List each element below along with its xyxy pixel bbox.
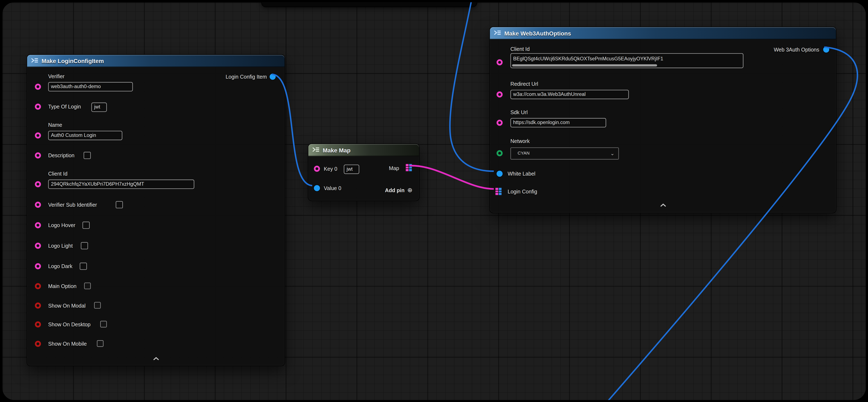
- show-on-desktop-checkbox[interactable]: [100, 321, 107, 327]
- node-title: Make Map: [323, 147, 350, 153]
- make-struct-icon: [494, 28, 501, 38]
- description-input[interactable]: [84, 152, 91, 159]
- input-pin-type-of-login[interactable]: [35, 104, 41, 110]
- input-pin-verifier-sub-identifier[interactable]: [35, 202, 41, 208]
- logo-light-input[interactable]: [81, 242, 88, 249]
- node-make-web3auth-options[interactable]: Make Web3AuthOptions Web 3Auth Options C…: [490, 27, 836, 213]
- pin-label-logo-dark: Logo Dark: [48, 263, 72, 270]
- pin-label-logo-hover: Logo Hover: [48, 222, 75, 229]
- node-header[interactable]: Make LoginConfigItem: [27, 55, 284, 67]
- plus-circle-icon: ⊕: [407, 187, 412, 194]
- input-pin-client-id[interactable]: [35, 181, 41, 187]
- add-pin-button[interactable]: Add pin ⊕: [385, 187, 412, 194]
- collapse-chevron-icon[interactable]: [660, 200, 666, 209]
- input-pin-show-on-mobile[interactable]: [35, 341, 41, 347]
- pin-label-type-of-login: Type Of Login: [48, 104, 81, 110]
- logo-hover-input[interactable]: [83, 222, 90, 229]
- node-make-login-config-item[interactable]: Make LoginConfigItem Login Config Item V…: [27, 54, 285, 366]
- verifier-sub-identifier-input[interactable]: [116, 201, 123, 208]
- input-pin-logo-light[interactable]: [35, 242, 41, 249]
- network-selected-value: CYAN: [518, 151, 530, 156]
- input-pin-login-config[interactable]: [496, 188, 502, 195]
- pin-label-value-0: Value 0: [324, 185, 341, 192]
- pin-label-show-on-modal: Show On Modal: [48, 303, 86, 309]
- offscreen-node-partial[interactable]: [261, 2, 477, 7]
- input-pin-verifier[interactable]: [35, 84, 41, 90]
- node-title: Make Web3AuthOptions: [504, 30, 571, 36]
- wire-map-to-login-config[interactable]: [410, 166, 494, 189]
- chevron-down-icon: ⌄: [610, 148, 615, 159]
- pin-label-show-on-mobile: Show On Mobile: [48, 341, 87, 348]
- pin-label-login-config: Login Config: [507, 189, 537, 195]
- node-header[interactable]: Make Map: [308, 144, 419, 156]
- input-pin-logo-dark[interactable]: [35, 263, 41, 269]
- pin-label-main-option: Main Option: [48, 283, 76, 290]
- redirect-url-input[interactable]: w3a://com.w3a.Web3AuthUnreal: [510, 90, 629, 99]
- input-pin-value-0[interactable]: [314, 185, 320, 191]
- output-pin-web3auth-options[interactable]: [823, 47, 829, 53]
- collapse-chevron-icon[interactable]: [153, 353, 159, 363]
- input-pin-white-label[interactable]: [497, 171, 503, 177]
- input-pin-redirect-url[interactable]: [497, 91, 503, 97]
- output-pin-login-config-item[interactable]: [270, 74, 276, 80]
- type-of-login-input[interactable]: jwt: [91, 103, 107, 112]
- input-pin-key-0[interactable]: [314, 166, 320, 172]
- input-pin-sdk-url[interactable]: [497, 120, 503, 126]
- input-pin-description[interactable]: [35, 152, 41, 159]
- output-pin-label: Web 3Auth Options: [774, 47, 819, 53]
- show-on-modal-checkbox[interactable]: [94, 302, 101, 309]
- input-pin-main-option[interactable]: [35, 283, 41, 289]
- pin-label-client-id: Client Id: [510, 46, 530, 53]
- client-id-input[interactable]: BEglQSgt4cUWcj6SKRdu5QkOXTsePmMcusG5EAoy…: [510, 53, 743, 68]
- show-on-mobile-checkbox[interactable]: [97, 340, 103, 347]
- sdk-url-input[interactable]: https://sdk.openlogin.com: [510, 118, 606, 127]
- pin-label-show-on-desktop: Show On Desktop: [48, 321, 91, 328]
- make-map-icon: [312, 145, 319, 155]
- pin-label-network: Network: [510, 138, 530, 145]
- client-id-text: BEglQSgt4cUWcj6SKRdu5QkOXTsePmMcusG5EAoy…: [513, 56, 663, 61]
- node-title: Make LoginConfigItem: [41, 58, 104, 64]
- node-header[interactable]: Make Web3AuthOptions: [490, 27, 836, 39]
- output-pin-label: Map: [389, 165, 399, 172]
- pin-label-verifier-sub-identifier: Verifier Sub Identifier: [48, 202, 97, 208]
- pin-label-name: Name: [48, 122, 62, 129]
- client-id-input[interactable]: 294QRkchfq2YaXUbPri7D6PH7xzHgQMT: [48, 179, 194, 189]
- output-pin-label: Login Config Item: [226, 74, 267, 80]
- network-dropdown[interactable]: CYAN ⌄: [510, 147, 619, 160]
- key-0-input[interactable]: jwt: [344, 165, 359, 174]
- input-pin-show-on-modal[interactable]: [35, 303, 41, 309]
- input-pin-name[interactable]: [35, 133, 41, 139]
- pin-label-client-id: Client Id: [48, 171, 67, 177]
- pin-label-logo-light: Logo Light: [48, 242, 73, 249]
- name-input[interactable]: Auth0 Custom Login: [48, 131, 122, 140]
- make-struct-icon: [31, 56, 38, 66]
- main-option-checkbox[interactable]: [84, 283, 91, 289]
- field-scrollbar[interactable]: [512, 64, 657, 67]
- output-pin-map[interactable]: [406, 164, 412, 171]
- input-pin-network[interactable]: [497, 150, 503, 156]
- pin-label-description: Description: [48, 152, 74, 159]
- pin-label-redirect-url: Redirect Url: [510, 81, 538, 88]
- add-pin-label: Add pin: [385, 187, 405, 194]
- pin-label-key-0: Key 0: [324, 166, 337, 172]
- input-pin-show-on-desktop[interactable]: [35, 321, 41, 327]
- input-pin-client-id[interactable]: [497, 59, 503, 65]
- pin-label-sdk-url: Sdk Url: [510, 109, 528, 116]
- wire-top-to-white-label[interactable]: [450, 2, 494, 171]
- input-pin-logo-hover[interactable]: [35, 222, 41, 228]
- graph-canvas[interactable]: Make LoginConfigItem Login Config Item V…: [2, 2, 866, 400]
- pin-label-white-label: White Label: [507, 171, 535, 177]
- pin-label-verifier: Verifier: [48, 73, 64, 80]
- logo-dark-input[interactable]: [80, 263, 87, 270]
- verifier-input[interactable]: web3auth-auth0-demo: [48, 82, 133, 91]
- blueprint-editor: Make LoginConfigItem Login Config Item V…: [0, 0, 868, 402]
- node-make-map[interactable]: Make Map Key 0 jwt Map Value 0 Add pin ⊕: [308, 144, 420, 201]
